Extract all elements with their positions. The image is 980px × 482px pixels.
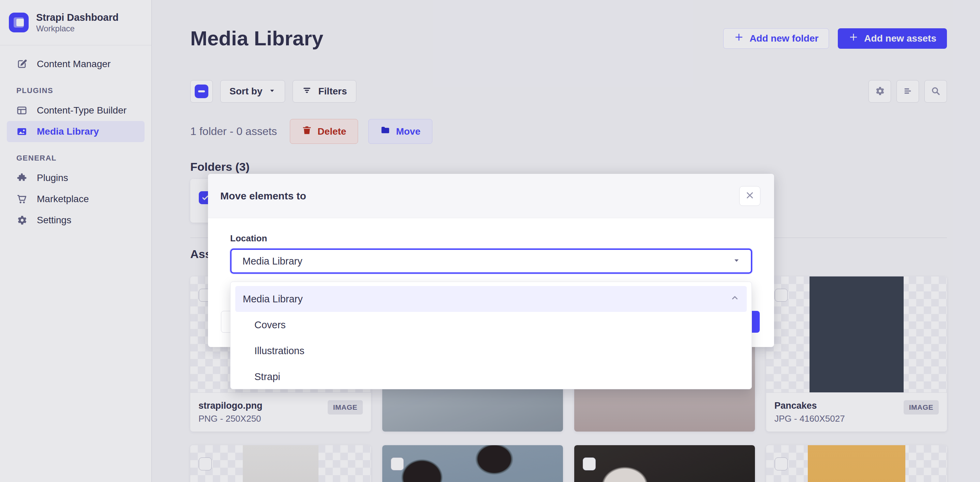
close-modal-button[interactable] xyxy=(739,186,760,206)
media-library-screen: Strapi Dashboard Workplace Content Manag… xyxy=(0,0,980,482)
option-media-library[interactable]: Media Library xyxy=(235,286,747,312)
option-strapi[interactable]: Strapi xyxy=(235,364,747,390)
caret-down-icon xyxy=(732,256,741,266)
modal-title: Move elements to xyxy=(220,190,306,202)
location-select[interactable]: Media Library xyxy=(230,248,752,274)
chevron-up-icon[interactable] xyxy=(730,293,739,305)
option-illustrations[interactable]: Illustrations xyxy=(235,338,747,364)
option-covers[interactable]: Covers xyxy=(235,312,747,338)
close-icon xyxy=(745,191,754,201)
location-select-value: Media Library xyxy=(242,256,302,267)
location-label: Location xyxy=(230,233,752,244)
location-dropdown: Media Library Covers Illustrations Strap… xyxy=(230,282,752,389)
